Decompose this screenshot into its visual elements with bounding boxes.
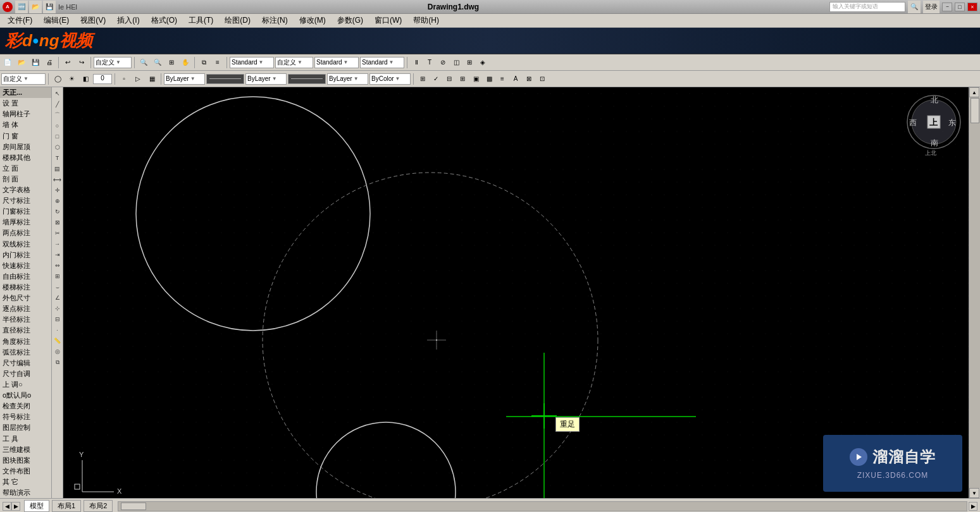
login-btn[interactable]: 登录 xyxy=(923,1,940,13)
tool-layers2[interactable]: ⧉ xyxy=(53,357,63,367)
tool-chamfer[interactable]: ∠ xyxy=(53,293,63,303)
tb2-value-input[interactable]: 0 xyxy=(93,74,112,84)
tb-open[interactable]: 📂 xyxy=(15,56,28,69)
tb-drop-standard2[interactable]: Standard ▼ xyxy=(314,57,359,68)
tb2-icon5[interactable]: ▣ xyxy=(469,73,482,85)
tb2-icon4[interactable]: ⊞ xyxy=(456,73,469,85)
tb-drop-custom[interactable]: 自定义 ▼ xyxy=(94,57,132,68)
menu-tools[interactable]: 工具(T) xyxy=(183,14,218,27)
tab-model[interactable]: 模型 xyxy=(24,500,49,512)
sidebar-item-27[interactable]: o默认局o xyxy=(0,390,51,401)
sidebar-item-30[interactable]: 图层控制 xyxy=(0,422,51,433)
tool-fillet[interactable]: ⌣ xyxy=(53,282,63,292)
sidebar-item-12[interactable]: 两点标注 xyxy=(0,228,51,238)
menu-edit[interactable]: 编辑(E) xyxy=(39,14,74,27)
canvas-area[interactable]: X Y 重足 北 南 东 西 上 上北 xyxy=(63,87,969,498)
scroll-up-btn[interactable]: ▲ xyxy=(969,87,979,97)
tb2-bylayer1[interactable]: ByLayer ▼ xyxy=(164,73,205,85)
tb2-icon9[interactable]: ⊠ xyxy=(523,73,535,85)
tool-rect[interactable]: □ xyxy=(53,131,63,142)
tb2-bycolor[interactable]: ByColor ▼ xyxy=(369,73,411,85)
tb-print[interactable]: 🖨 xyxy=(43,56,56,69)
tb2-btn2[interactable]: ☀ xyxy=(65,73,78,85)
tb-icon6[interactable]: ◈ xyxy=(476,56,489,69)
tool-measure[interactable]: 📏 xyxy=(53,336,63,346)
menu-format[interactable]: 格式(O) xyxy=(146,14,182,27)
tab-next-btn[interactable]: ▶ xyxy=(11,502,20,511)
scroll-track[interactable] xyxy=(969,97,980,488)
save-btn[interactable]: 💾 xyxy=(43,1,56,13)
sidebar-item-33[interactable]: 图块图案 xyxy=(0,455,51,466)
tb-save[interactable]: 💾 xyxy=(29,56,42,69)
tool-explode[interactable]: ⊹ xyxy=(53,303,63,314)
sidebar-item-35[interactable]: 其 它 xyxy=(0,477,51,487)
tool-offset[interactable]: ⇥ xyxy=(53,250,63,260)
tool-mirror[interactable]: ⇔ xyxy=(53,260,63,271)
tb2-custom-drop[interactable]: 自定义 ▼ xyxy=(1,73,46,85)
tb2-icon8[interactable]: A xyxy=(509,73,522,85)
sidebar-item-23[interactable]: 弧弦标注 xyxy=(0,347,51,358)
tb2-bylayer3[interactable]: ByLayer ▼ xyxy=(327,73,368,85)
tb2-icon6[interactable]: ▩ xyxy=(483,73,495,85)
tool-extend[interactable]: → xyxy=(53,239,63,249)
sidebar-item-2[interactable]: 墙 体 xyxy=(0,119,51,130)
tool-copy[interactable]: ⊕ xyxy=(53,196,63,206)
right-scrollbar[interactable]: ▲ ▼ xyxy=(969,87,980,498)
tool-block[interactable]: ⊟ xyxy=(53,314,63,324)
search-box[interactable]: 输入关键字或短语 xyxy=(829,2,905,12)
tool-move[interactable]: ✛ xyxy=(53,185,63,195)
tb2-btn6[interactable]: ▦ xyxy=(146,73,158,85)
menu-modify[interactable]: 修改(M) xyxy=(294,14,331,27)
sidebar-item-24[interactable]: 尺寸编辑 xyxy=(0,358,51,369)
menu-view[interactable]: 视图(V) xyxy=(75,14,111,27)
sidebar-item-19[interactable]: 逐点标注 xyxy=(0,303,51,314)
sidebar-item-26[interactable]: 上 调○ xyxy=(0,379,51,390)
close-btn[interactable]: × xyxy=(967,3,977,11)
sidebar-item-14[interactable]: 内门标注 xyxy=(0,250,51,260)
sidebar-item-5[interactable]: 楼梯其他 xyxy=(0,152,51,163)
sidebar-item-17[interactable]: 楼梯标注 xyxy=(0,282,51,293)
scroll-down-btn[interactable]: ▼ xyxy=(969,488,979,498)
tool-text[interactable]: T xyxy=(53,153,63,163)
menu-insert[interactable]: 插入(I) xyxy=(112,14,144,27)
tb-drop-standard3[interactable]: Standard ▼ xyxy=(360,57,404,68)
tb2-line-sample2[interactable] xyxy=(288,74,326,84)
tab-layout1[interactable]: 布局1 xyxy=(52,500,81,512)
tab-layout2[interactable]: 布局2 xyxy=(84,500,113,512)
tool-arc[interactable]: ⌒ xyxy=(53,110,63,120)
tb-new[interactable]: 📄 xyxy=(1,56,14,69)
tb2-line-sample[interactable] xyxy=(206,74,244,84)
sidebar-item-13[interactable]: 双线标注 xyxy=(0,239,51,250)
tool-dim[interactable]: ⟷ xyxy=(53,174,63,185)
menu-params[interactable]: 参数(G) xyxy=(332,14,368,27)
tool-array[interactable]: ⊞ xyxy=(53,271,63,281)
tool-point[interactable]: · xyxy=(53,325,63,335)
tb2-btn1[interactable]: ◯ xyxy=(51,73,64,85)
scroll-thumb[interactable] xyxy=(971,98,979,123)
menu-draw[interactable]: 绘图(D) xyxy=(220,14,256,27)
tb-redo[interactable]: ↪ xyxy=(75,56,88,69)
open-btn[interactable]: 📂 xyxy=(29,1,42,13)
sidebar-item-15[interactable]: 快速标注 xyxy=(0,260,51,271)
sidebar-item-25[interactable]: 尺寸自调 xyxy=(0,369,51,379)
sidebar-item-7[interactable]: 剖 面 xyxy=(0,174,51,185)
sidebar-item-29[interactable]: 符号标注 xyxy=(0,411,51,422)
tb-icon1[interactable]: Ⅱ xyxy=(410,56,423,69)
tool-arrow[interactable]: ↖ xyxy=(53,88,63,99)
tb2-icon2[interactable]: ✓ xyxy=(430,73,442,85)
menu-window[interactable]: 窗口(W) xyxy=(369,14,407,27)
tb-icon2[interactable]: T xyxy=(423,56,436,69)
sidebar-item-32[interactable]: 三维建模 xyxy=(0,444,51,455)
tb-props[interactable]: ≡ xyxy=(211,56,224,69)
tool-circle[interactable]: ○ xyxy=(53,121,63,131)
h-scroll-thumb[interactable] xyxy=(121,503,146,510)
sidebar-item-28[interactable]: 检查关闭 xyxy=(0,401,51,411)
tb2-icon3[interactable]: ⊟ xyxy=(443,73,456,85)
new-btn[interactable]: 🆕 xyxy=(15,1,28,13)
tool-snap[interactable]: ◎ xyxy=(53,346,63,357)
tb-zoom-out[interactable]: 🔍 xyxy=(151,56,164,69)
tb-icon4[interactable]: ◫ xyxy=(450,56,462,69)
tb-undo[interactable]: ↩ xyxy=(61,56,74,69)
sidebar-item-6[interactable]: 立 面 xyxy=(0,163,51,174)
tb2-btn4[interactable]: ▫ xyxy=(118,73,130,85)
